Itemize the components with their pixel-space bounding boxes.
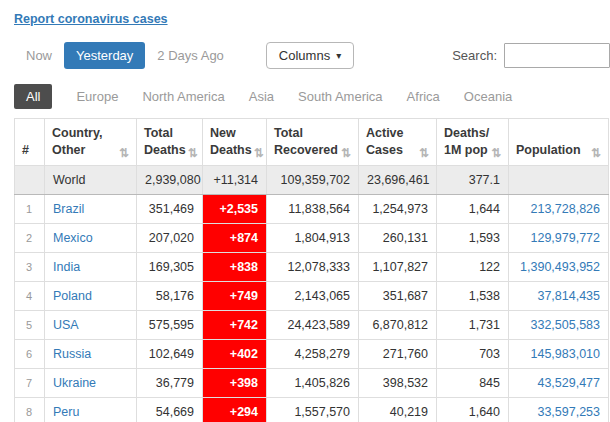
rank-cell: 5 [15, 310, 45, 339]
column-header-country-other[interactable]: Country, Other⇅ [45, 119, 137, 166]
country-link[interactable]: USA [53, 318, 79, 332]
population-link[interactable]: 33,597,253 [537, 405, 600, 419]
country-cell: Peru [45, 397, 137, 422]
sort-icon[interactable]: ⇅ [186, 147, 198, 159]
population-link[interactable]: 145,983,010 [530, 347, 600, 361]
continent-tab-oceania[interactable]: Oceania [464, 84, 512, 109]
rank-cell: 1 [15, 194, 45, 223]
world-row: World2,939,080+11,314109,359,70223,696,4… [15, 165, 609, 194]
header-row: #Country, Other⇅Total Deaths⇅New Deaths⇅… [15, 119, 609, 166]
active-cases-cell: 23,696,461 [359, 165, 437, 194]
active-cases-cell: 398,532 [359, 368, 437, 397]
new-deaths-cell: +402 [203, 339, 267, 368]
deaths-per-1m-cell: 703 [437, 339, 509, 368]
table-row: 8Peru54,669+2941,557,57040,2191,64033,59… [15, 397, 609, 422]
column-header-active-cases[interactable]: Active Cases⇅ [359, 119, 437, 166]
column-header-inner: Population⇅ [516, 125, 601, 159]
sort-icon[interactable]: ⇅ [252, 147, 264, 159]
population-link[interactable]: 332,505,583 [530, 318, 600, 332]
sort-icon[interactable]: ⇅ [417, 147, 429, 159]
time-tabs: NowYesterday2 Days Ago [14, 42, 236, 69]
population-cell [509, 165, 609, 194]
active-cases-cell: 1,107,827 [359, 252, 437, 281]
country-link[interactable]: India [53, 260, 80, 274]
columns-button[interactable]: Columns ▾ [266, 42, 354, 69]
column-header-label: # [22, 142, 29, 159]
country-cell: India [45, 252, 137, 281]
total-recovered-cell: 1,405,826 [267, 368, 359, 397]
country-link[interactable]: Ukraine [53, 376, 96, 390]
sort-icon[interactable]: ⇅ [339, 147, 351, 159]
population-link[interactable]: 213,728,826 [530, 202, 600, 216]
total-recovered-cell: 1,804,913 [267, 223, 359, 252]
deaths-per-1m-cell: 1,731 [437, 310, 509, 339]
rank-cell: 6 [15, 339, 45, 368]
total-deaths-cell: 36,779 [137, 368, 203, 397]
country-cell: Ukraine [45, 368, 137, 397]
continent-tab-europe[interactable]: Europe [76, 84, 118, 109]
new-deaths-cell: +838 [203, 252, 267, 281]
continent-tab-north-america[interactable]: North America [142, 84, 224, 109]
total-deaths-cell: 169,305 [137, 252, 203, 281]
country-link[interactable]: Mexico [53, 231, 93, 245]
caret-down-icon: ▾ [336, 50, 341, 61]
total-deaths-cell: 102,649 [137, 339, 203, 368]
continent-tab-asia[interactable]: Asia [249, 84, 274, 109]
total-deaths-cell: 2,939,080 [137, 165, 203, 194]
rank-cell: 8 [15, 397, 45, 422]
column-header-label: Population [516, 142, 581, 159]
sort-icon[interactable]: ⇅ [589, 147, 601, 159]
toolbar: NowYesterday2 Days Ago Columns ▾ Search: [14, 41, 610, 69]
population-link[interactable]: 129,979,772 [530, 231, 600, 245]
continent-tab-all[interactable]: All [14, 84, 52, 109]
country-cell: USA [45, 310, 137, 339]
new-deaths-cell: +2,535 [203, 194, 267, 223]
population-cell: 213,728,826 [509, 194, 609, 223]
column-header-inner: New Deaths⇅ [210, 125, 259, 159]
country-link[interactable]: Brazil [53, 202, 84, 216]
sort-icon[interactable]: ⇅ [489, 147, 501, 159]
sort-icon[interactable]: ⇅ [117, 147, 129, 159]
column-header-deaths-1m-pop[interactable]: Deaths/ 1M pop⇅ [437, 119, 509, 166]
column-header-total-recovered[interactable]: Total Recovered⇅ [267, 119, 359, 166]
population-link[interactable]: 43,529,477 [537, 376, 600, 390]
column-header-inner: # [22, 125, 37, 159]
country-cell: Poland [45, 281, 137, 310]
population-link[interactable]: 37,814,435 [537, 289, 600, 303]
country-link[interactable]: Poland [53, 289, 92, 303]
new-deaths-cell: +874 [203, 223, 267, 252]
report-cases-link[interactable]: Report coronavirus cases [14, 12, 168, 26]
column-header-population[interactable]: Population⇅ [509, 119, 609, 166]
time-tab-yesterday[interactable]: Yesterday [64, 42, 145, 69]
search-input[interactable] [504, 43, 610, 68]
time-tab-2-days-ago[interactable]: 2 Days Ago [145, 42, 236, 69]
total-recovered-cell: 12,078,333 [267, 252, 359, 281]
rank-cell: 3 [15, 252, 45, 281]
continent-tab-africa[interactable]: Africa [407, 84, 440, 109]
total-recovered-cell: 24,423,589 [267, 310, 359, 339]
population-link[interactable]: 1,390,493,952 [520, 260, 600, 274]
time-tab-now[interactable]: Now [14, 42, 64, 69]
active-cases-cell: 40,219 [359, 397, 437, 422]
country-link[interactable]: Russia [53, 347, 91, 361]
column-header-label: Total Recovered [274, 125, 338, 159]
column-header-inner: Total Deaths⇅ [144, 125, 195, 159]
new-deaths-cell: +11,314 [203, 165, 267, 194]
country-link[interactable]: Peru [53, 405, 79, 419]
population-cell: 43,529,477 [509, 368, 609, 397]
population-cell: 33,597,253 [509, 397, 609, 422]
column-header-rank[interactable]: # [15, 119, 45, 166]
total-recovered-cell: 11,838,564 [267, 194, 359, 223]
country-cell: Brazil [45, 194, 137, 223]
column-header-inner: Country, Other⇅ [52, 125, 129, 159]
column-header-label: Total Deaths [144, 125, 186, 159]
columns-button-label: Columns [279, 48, 330, 63]
table-body: World2,939,080+11,314109,359,70223,696,4… [15, 165, 609, 422]
total-recovered-cell: 4,258,279 [267, 339, 359, 368]
column-header-label: New Deaths [210, 125, 252, 159]
column-header-new-deaths[interactable]: New Deaths⇅ [203, 119, 267, 166]
column-header-total-deaths[interactable]: Total Deaths⇅ [137, 119, 203, 166]
total-deaths-cell: 58,176 [137, 281, 203, 310]
continent-tab-south-america[interactable]: South America [298, 84, 383, 109]
total-recovered-cell: 2,143,065 [267, 281, 359, 310]
